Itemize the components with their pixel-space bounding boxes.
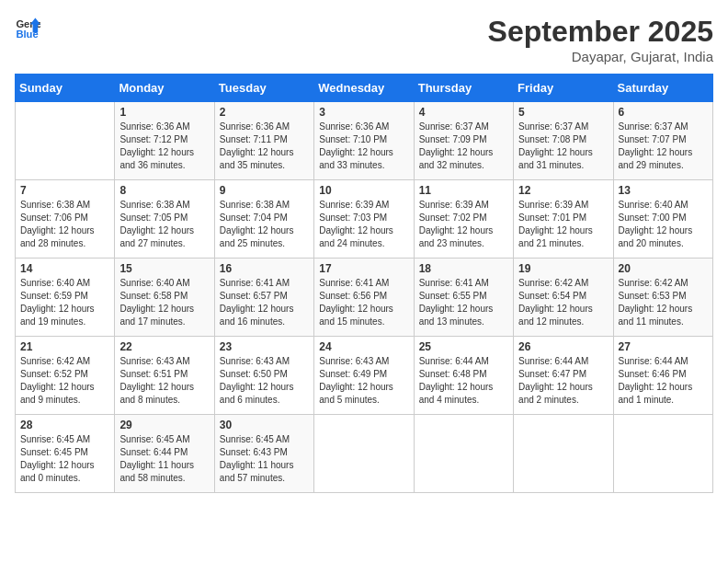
day-number: 4 [419, 106, 508, 119]
weekday-header-thursday: Thursday [414, 75, 513, 102]
title-block: September 2025 Dayapar, Gujarat, India [488, 15, 713, 64]
day-number: 2 [220, 106, 309, 119]
calendar-cell: 7Sunrise: 6:38 AMSunset: 7:06 PMDaylight… [16, 180, 115, 259]
day-number: 27 [619, 340, 708, 353]
day-number: 3 [319, 106, 408, 119]
calendar-cell: 19Sunrise: 6:42 AMSunset: 6:54 PMDayligh… [514, 259, 613, 337]
calendar-subtitle: Dayapar, Gujarat, India [488, 49, 713, 64]
logo-icon: General Blue [15, 15, 40, 40]
day-number: 9 [220, 184, 309, 197]
day-info: Sunrise: 6:38 AMSunset: 7:05 PMDaylight:… [119, 199, 209, 250]
day-number: 28 [20, 419, 109, 431]
calendar-cell [16, 102, 115, 180]
day-number: 30 [220, 419, 309, 431]
day-info: Sunrise: 6:40 AMSunset: 7:00 PMDaylight:… [619, 199, 708, 250]
day-number: 21 [20, 340, 109, 353]
day-info: Sunrise: 6:44 AMSunset: 6:48 PMDaylight:… [419, 355, 508, 407]
day-number: 15 [119, 262, 209, 275]
calendar-cell: 8Sunrise: 6:38 AMSunset: 7:05 PMDaylight… [115, 180, 214, 259]
calendar-cell: 27Sunrise: 6:44 AMSunset: 6:46 PMDayligh… [613, 337, 712, 415]
calendar-cell [314, 415, 414, 493]
day-info: Sunrise: 6:36 AMSunset: 7:12 PMDaylight:… [119, 121, 209, 172]
calendar-cell: 21Sunrise: 6:42 AMSunset: 6:52 PMDayligh… [16, 337, 115, 415]
day-number: 6 [619, 106, 708, 119]
day-info: Sunrise: 6:37 AMSunset: 7:09 PMDaylight:… [419, 121, 508, 172]
calendar-cell: 17Sunrise: 6:41 AMSunset: 6:56 PMDayligh… [314, 259, 414, 337]
calendar-cell: 26Sunrise: 6:44 AMSunset: 6:47 PMDayligh… [514, 337, 613, 415]
calendar-table: SundayMondayTuesdayWednesdayThursdayFrid… [15, 74, 713, 493]
day-info: Sunrise: 6:39 AMSunset: 7:02 PMDaylight:… [419, 199, 508, 250]
day-info: Sunrise: 6:43 AMSunset: 6:50 PMDaylight:… [220, 355, 309, 407]
weekday-header-saturday: Saturday [613, 75, 712, 102]
day-number: 20 [619, 262, 708, 275]
calendar-cell [613, 415, 712, 493]
calendar-cell: 4Sunrise: 6:37 AMSunset: 7:09 PMDaylight… [414, 102, 513, 180]
calendar-cell: 25Sunrise: 6:44 AMSunset: 6:48 PMDayligh… [414, 337, 513, 415]
day-info: Sunrise: 6:43 AMSunset: 6:51 PMDaylight:… [119, 355, 209, 407]
day-info: Sunrise: 6:38 AMSunset: 7:06 PMDaylight:… [20, 199, 109, 250]
calendar-week-row: 7Sunrise: 6:38 AMSunset: 7:06 PMDaylight… [16, 180, 713, 259]
calendar-cell: 11Sunrise: 6:39 AMSunset: 7:02 PMDayligh… [414, 180, 513, 259]
day-info: Sunrise: 6:38 AMSunset: 7:04 PMDaylight:… [220, 199, 309, 250]
calendar-week-row: 28Sunrise: 6:45 AMSunset: 6:45 PMDayligh… [16, 415, 713, 493]
day-info: Sunrise: 6:39 AMSunset: 7:01 PMDaylight:… [518, 199, 608, 250]
day-info: Sunrise: 6:41 AMSunset: 6:57 PMDaylight:… [220, 277, 309, 328]
day-number: 25 [419, 340, 508, 353]
calendar-cell: 14Sunrise: 6:40 AMSunset: 6:59 PMDayligh… [16, 259, 115, 337]
day-number: 7 [20, 184, 109, 197]
day-info: Sunrise: 6:44 AMSunset: 6:46 PMDaylight:… [619, 355, 708, 407]
day-number: 8 [119, 184, 209, 197]
calendar-title: September 2025 [488, 15, 713, 49]
day-number: 11 [419, 184, 508, 197]
calendar-week-row: 21Sunrise: 6:42 AMSunset: 6:52 PMDayligh… [16, 337, 713, 415]
day-number: 13 [619, 184, 708, 197]
calendar-week-row: 1Sunrise: 6:36 AMSunset: 7:12 PMDaylight… [16, 102, 713, 180]
day-number: 12 [518, 184, 608, 197]
calendar-cell: 28Sunrise: 6:45 AMSunset: 6:45 PMDayligh… [16, 415, 115, 493]
day-number: 17 [319, 262, 408, 275]
weekday-header-wednesday: Wednesday [314, 75, 414, 102]
calendar-cell: 30Sunrise: 6:45 AMSunset: 6:43 PMDayligh… [214, 415, 313, 493]
logo: General Blue [15, 15, 40, 40]
calendar-cell: 29Sunrise: 6:45 AMSunset: 6:44 PMDayligh… [115, 415, 214, 493]
day-number: 26 [518, 340, 608, 353]
calendar-cell: 1Sunrise: 6:36 AMSunset: 7:12 PMDaylight… [115, 102, 214, 180]
calendar-cell: 22Sunrise: 6:43 AMSunset: 6:51 PMDayligh… [115, 337, 214, 415]
calendar-cell: 5Sunrise: 6:37 AMSunset: 7:08 PMDaylight… [514, 102, 613, 180]
day-info: Sunrise: 6:37 AMSunset: 7:07 PMDaylight:… [619, 121, 708, 172]
weekday-header-tuesday: Tuesday [214, 75, 313, 102]
day-info: Sunrise: 6:42 AMSunset: 6:53 PMDaylight:… [619, 277, 708, 328]
calendar-cell: 24Sunrise: 6:43 AMSunset: 6:49 PMDayligh… [314, 337, 414, 415]
day-number: 10 [319, 184, 408, 197]
calendar-cell [414, 415, 513, 493]
day-info: Sunrise: 6:40 AMSunset: 6:58 PMDaylight:… [119, 277, 209, 328]
calendar-cell: 15Sunrise: 6:40 AMSunset: 6:58 PMDayligh… [115, 259, 214, 337]
day-info: Sunrise: 6:42 AMSunset: 6:52 PMDaylight:… [20, 355, 109, 407]
calendar-cell: 10Sunrise: 6:39 AMSunset: 7:03 PMDayligh… [314, 180, 414, 259]
day-info: Sunrise: 6:43 AMSunset: 6:49 PMDaylight:… [319, 355, 408, 407]
day-info: Sunrise: 6:39 AMSunset: 7:03 PMDaylight:… [319, 199, 408, 250]
day-number: 23 [220, 340, 309, 353]
day-info: Sunrise: 6:45 AMSunset: 6:43 PMDaylight:… [220, 433, 309, 485]
calendar-week-row: 14Sunrise: 6:40 AMSunset: 6:59 PMDayligh… [16, 259, 713, 337]
day-info: Sunrise: 6:45 AMSunset: 6:45 PMDaylight:… [20, 433, 109, 485]
day-number: 24 [319, 340, 408, 353]
calendar-cell: 2Sunrise: 6:36 AMSunset: 7:11 PMDaylight… [214, 102, 313, 180]
weekday-header-row: SundayMondayTuesdayWednesdayThursdayFrid… [16, 75, 713, 102]
day-number: 18 [419, 262, 508, 275]
calendar-cell: 13Sunrise: 6:40 AMSunset: 7:00 PMDayligh… [613, 180, 712, 259]
calendar-cell [514, 415, 613, 493]
day-number: 14 [20, 262, 109, 275]
calendar-cell: 16Sunrise: 6:41 AMSunset: 6:57 PMDayligh… [214, 259, 313, 337]
day-info: Sunrise: 6:37 AMSunset: 7:08 PMDaylight:… [518, 121, 608, 172]
calendar-cell: 18Sunrise: 6:41 AMSunset: 6:55 PMDayligh… [414, 259, 513, 337]
weekday-header-friday: Friday [514, 75, 613, 102]
calendar-cell: 3Sunrise: 6:36 AMSunset: 7:10 PMDaylight… [314, 102, 414, 180]
day-number: 19 [518, 262, 608, 275]
day-info: Sunrise: 6:41 AMSunset: 6:56 PMDaylight:… [319, 277, 408, 328]
weekday-header-sunday: Sunday [16, 75, 115, 102]
calendar-cell: 23Sunrise: 6:43 AMSunset: 6:50 PMDayligh… [214, 337, 313, 415]
day-info: Sunrise: 6:44 AMSunset: 6:47 PMDaylight:… [518, 355, 608, 407]
day-number: 22 [119, 340, 209, 353]
calendar-cell: 12Sunrise: 6:39 AMSunset: 7:01 PMDayligh… [514, 180, 613, 259]
